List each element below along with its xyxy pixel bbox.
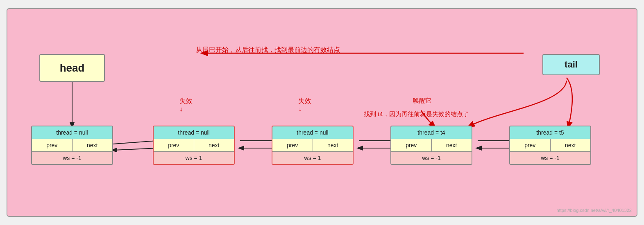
found-annotation: 找到 t4，因为再往前就是失效的结点了	[364, 110, 469, 118]
node-2-thread: thread = null	[154, 126, 234, 139]
top-annotation: 从尾巴开始，从后往前找，找到最前边的有效结点	[196, 46, 340, 54]
head-label: head	[60, 62, 85, 74]
node-3-next: next	[313, 139, 353, 151]
node-2-next: next	[194, 139, 234, 151]
tail-box: tail	[542, 54, 600, 75]
diagram-container: head tail 从尾巴开始，从后往前找，找到最前边的有效结点 失效 ↓ 失效…	[7, 8, 637, 217]
node-1-next: next	[73, 139, 113, 151]
invalid-label-2: 失效 ↓	[298, 97, 311, 113]
node-5: thread = t5 prev next ws = -1	[509, 126, 591, 165]
wake-annotation: 唤醒它	[413, 97, 431, 105]
node-5-next: next	[551, 139, 591, 151]
arrows-svg	[7, 9, 638, 218]
node-4-next: next	[432, 139, 472, 151]
node-3-ws: ws = 1	[272, 152, 353, 164]
node-1-ws: ws = -1	[32, 152, 112, 164]
node-4-thread: thread = t4	[391, 126, 472, 139]
watermark: https://blog.csdn.net/a/v/i/r_40401322	[557, 208, 632, 213]
head-box: head	[39, 54, 105, 82]
node-3-prev: prev	[272, 139, 313, 151]
node-2-ws: ws = 1	[154, 152, 234, 164]
node-5-prev: prev	[510, 139, 551, 151]
tail-label: tail	[565, 59, 578, 70]
node-3-thread: thread = null	[272, 126, 353, 139]
node-4: thread = t4 prev next ws = -1	[390, 126, 472, 165]
node-1-thread: thread = null	[32, 126, 112, 139]
node-1: thread = null prev next ws = -1	[31, 126, 113, 165]
svg-line-2	[114, 148, 158, 150]
node-2: thread = null prev next ws = 1	[153, 126, 235, 165]
svg-line-1	[113, 141, 157, 144]
node-5-ws: ws = -1	[510, 152, 590, 164]
node-1-prev: prev	[32, 139, 73, 151]
node-3: thread = null prev next ws = 1	[272, 126, 354, 165]
node-5-thread: thread = t5	[510, 126, 590, 139]
node-2-prev: prev	[154, 139, 194, 151]
node-4-prev: prev	[391, 139, 432, 151]
node-4-ws: ws = -1	[391, 152, 472, 164]
invalid-label-1: 失效 ↓	[179, 97, 193, 113]
